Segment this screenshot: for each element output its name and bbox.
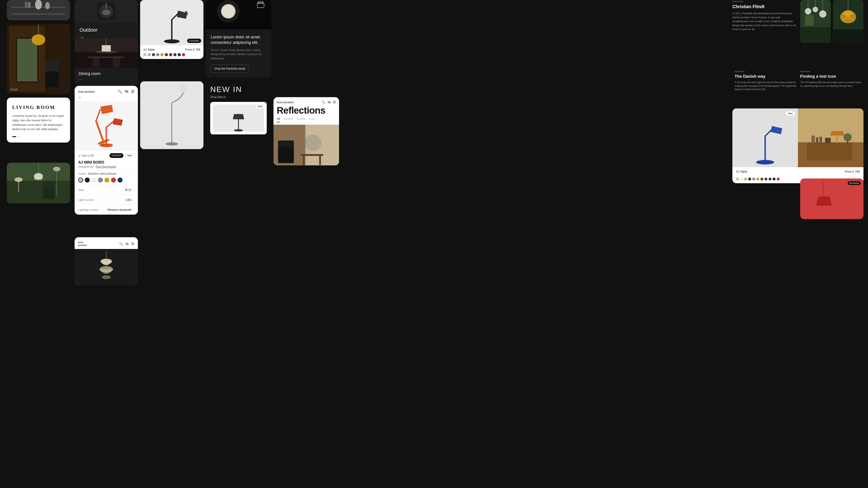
dining-arrow[interactable]: → [79, 77, 134, 82]
col1-green-room-card [7, 163, 70, 203]
lorem-text: The VL Studio family derives from a lamp… [211, 48, 266, 61]
svg-point-29 [53, 167, 60, 171]
dot-4[interactable] [156, 53, 159, 56]
colour-dot-navy[interactable] [118, 177, 123, 183]
svg-rect-80 [319, 156, 321, 165]
svg-rect-110 [807, 142, 852, 160]
lighting-control-section[interactable]: Lighting control Wireless bluetooth › [74, 205, 138, 215]
discount-badge: 20% [255, 104, 265, 109]
search-icon[interactable]: 🔍 [118, 90, 122, 94]
size-value: Ø 27 [125, 188, 131, 192]
colour-dot-black[interactable] [85, 177, 90, 183]
rdot-11[interactable] [777, 177, 780, 181]
interview-name-3: Finding a lost icon [800, 74, 864, 79]
ar-label[interactable]: See in AR [82, 154, 94, 157]
rdot-6[interactable] [756, 177, 759, 181]
exclusive-badge-top: Exclusive [187, 39, 201, 43]
interview-text-1: In 1971, Panthella was developed by worl… [733, 11, 797, 31]
living-room-card: LIVING ROOM Lamperne og det lys, de give… [7, 98, 70, 142]
svg-rect-14 [45, 60, 59, 71]
size-chevron: › [133, 188, 134, 192]
light-source-section[interactable]: Light source LED › [74, 195, 138, 205]
dot-3[interactable] [152, 53, 155, 56]
colour-dot-gray[interactable] [98, 177, 103, 183]
interview-label-2: Interview [735, 70, 798, 73]
svg-rect-114 [819, 137, 822, 143]
dot-8[interactable] [174, 53, 177, 56]
svg-point-89 [813, 7, 818, 12]
rdot-4[interactable] [748, 177, 751, 181]
colour-dot-silver[interactable] [78, 177, 83, 183]
rdot-9[interactable] [769, 177, 772, 181]
colour-dot-gold[interactable] [104, 177, 110, 183]
svg-rect-91 [800, 27, 831, 43]
svg-rect-47 [105, 127, 107, 146]
reflections-menu-icon[interactable]: ☰ [333, 100, 336, 104]
svg-rect-102 [833, 29, 864, 43]
col2-bottom-lp-card: louis poulsen 🔍 🛍 ☰ [74, 237, 138, 285]
search-icon-2[interactable]: 🔍 [119, 242, 123, 246]
reflections-cart-icon[interactable]: 🛍 [328, 100, 331, 104]
product-card-logo: louis poulsen [78, 90, 95, 93]
size-label: Size [78, 188, 84, 192]
colour-dot-white[interactable] [91, 177, 96, 183]
svg-rect-41 [93, 58, 99, 67]
svg-rect-40 [88, 57, 124, 58]
svg-point-90 [819, 10, 827, 18]
colour-dot-red[interactable] [111, 177, 116, 183]
rdot-8[interactable] [765, 177, 767, 181]
col1-wood-room-card: Ø 600 [7, 24, 70, 94]
cart-icon-2[interactable]: 🛍 [125, 242, 129, 246]
rdot-2[interactable] [740, 177, 743, 181]
svg-rect-6 [28, 2, 31, 8]
lighting-control-chevron: › [133, 208, 134, 212]
size-section[interactable]: Size Ø 27 › [74, 185, 138, 195]
dot-10[interactable] [182, 53, 185, 56]
product-name: AJ MINI BORD [78, 160, 134, 165]
interview-img-2 [833, 0, 864, 43]
svg-rect-20 [7, 181, 70, 203]
reflections-search-icon[interactable]: 🔍 [321, 100, 325, 104]
svg-point-25 [14, 177, 23, 182]
menu-icon[interactable]: ☰ [131, 90, 134, 94]
dot-1[interactable] [143, 53, 147, 56]
living-room-text: Lamperne og det lys, de giver, er en meg… [12, 114, 65, 132]
living-room-title: LIVING ROOM [12, 104, 65, 110]
rdot-5[interactable] [752, 177, 755, 181]
svg-point-55 [102, 275, 111, 279]
shop-new-in-link[interactable]: Shop New in [210, 95, 267, 98]
back-button[interactable]: ← [78, 95, 82, 100]
rdot-1[interactable] [736, 177, 739, 181]
interview-name-1: Christian Flindt [733, 4, 797, 9]
lighting-control-value: Wireless bluetooth [107, 208, 131, 212]
shop-panthella-btn[interactable]: Shop the Panthella family [211, 65, 249, 73]
rdot-7[interactable] [761, 177, 763, 181]
dot-7[interactable] [169, 53, 172, 56]
aj-table-right-price: From £ 795 [845, 170, 860, 173]
tab-all[interactable]: All [277, 117, 280, 122]
dot-6[interactable] [165, 53, 168, 56]
reflections-card: louis poulsen 🔍 🛍 ☰ Reflections All Guid… [274, 97, 339, 165]
svg-rect-57 [171, 19, 173, 42]
svg-rect-44 [95, 120, 104, 142]
col3-lamp-card [140, 81, 204, 149]
svg-point-17 [33, 35, 44, 44]
light-source-value: LED [126, 198, 131, 201]
dot-2[interactable] [148, 53, 151, 56]
dot-9[interactable] [178, 53, 181, 56]
tab-trends[interactable]: Trends [297, 117, 306, 122]
tab-inter[interactable]: Inter... [309, 117, 317, 122]
designer-name[interactable]: Poul Henningsen [96, 165, 116, 168]
tab-guides[interactable]: Guides [283, 117, 293, 122]
svg-rect-115 [825, 138, 831, 143]
dot-5[interactable] [160, 53, 164, 56]
lorem-title: Lorem ipsum dolor sit amet, consectetur … [211, 34, 266, 45]
svg-rect-104 [765, 135, 766, 163]
rdot-10[interactable] [773, 177, 776, 181]
cart-icon[interactable]: 🛍 [125, 90, 128, 94]
svg-rect-42 [113, 58, 120, 67]
rdot-3[interactable] [744, 177, 747, 181]
svg-rect-112 [811, 135, 815, 143]
svg-rect-82 [278, 140, 294, 147]
menu-icon-2[interactable]: ☰ [131, 242, 134, 246]
